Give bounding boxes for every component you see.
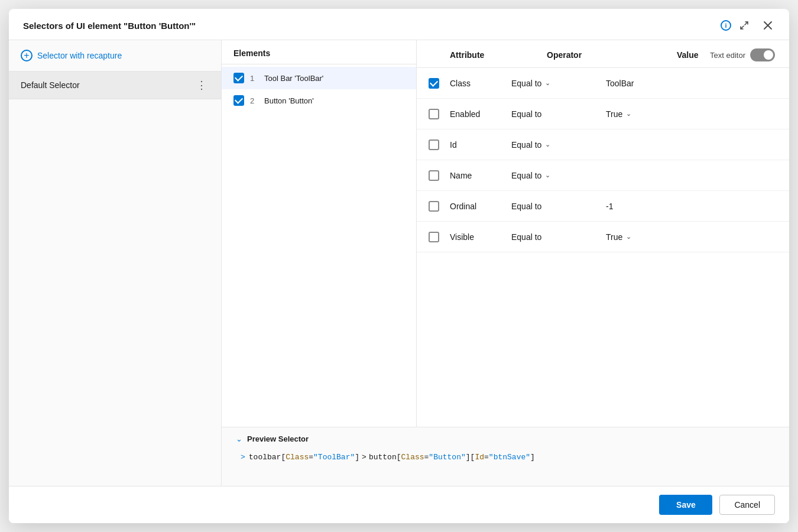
code-seg2-val1: "Button" (429, 453, 465, 462)
attr-operator-id: Equal to ⌄ (511, 140, 606, 150)
dialog-header: Selectors of UI element "Button 'Button'… (9, 9, 789, 40)
attr-checkbox-area-name (429, 170, 450, 181)
code-seg1-attr: Class (286, 453, 309, 462)
elements-column: Elements 1 Tool Bar 'ToolBar' 2 (222, 40, 417, 427)
text-editor-toggle: Text editor (710, 48, 775, 61)
attr-checkbox-name[interactable] (429, 170, 439, 181)
attribute-rows: Class Equal to ⌄ ToolBar (417, 68, 789, 427)
attr-col-headers: Attribute Operator Value (429, 50, 710, 60)
attr-operator-enabled: Equal to (511, 109, 606, 119)
preview-title: Preview Selector (247, 434, 309, 443)
attr-checkbox-area-ordinal (429, 201, 450, 212)
attr-name-visible: Visible (450, 232, 511, 242)
attr-name-ordinal: Ordinal (450, 202, 511, 211)
dialog-body: + Selector with recapture Default Select… (9, 40, 789, 486)
attr-checkbox-area-class (429, 78, 450, 89)
elements-title: Elements (233, 48, 270, 58)
attr-row-visible: Visible Equal to True ⌄ (417, 222, 789, 252)
attr-value-class: ToolBar (606, 79, 777, 88)
attr-checkbox-area-enabled (429, 109, 450, 119)
text-editor-label: Text editor (710, 51, 745, 60)
add-selector-button[interactable]: + Selector with recapture (9, 40, 221, 72)
dialog: Selectors of UI element "Button 'Button'… (9, 9, 789, 523)
close-button[interactable] (761, 20, 775, 31)
attr-checkbox-enabled[interactable] (429, 109, 439, 119)
attr-operator-name: Equal to ⌄ (511, 171, 606, 180)
dialog-title: Selectors of UI element "Button 'Button'… (23, 21, 715, 31)
element-label-1: Tool Bar 'ToolBar' (264, 74, 323, 83)
plus-circle-icon: + (21, 50, 33, 61)
col-attribute-label: Attribute (429, 50, 511, 60)
attr-value-ordinal: -1 (606, 202, 777, 211)
code-sep1: > (362, 453, 366, 462)
element-checkbox-1[interactable] (233, 73, 244, 83)
code-seg2-tag: button (369, 453, 397, 462)
expand-button[interactable] (737, 20, 751, 31)
cancel-button[interactable]: Cancel (719, 495, 775, 515)
attributes-column: Attribute Operator Value Text editor (417, 40, 789, 427)
element-item[interactable]: 2 Button 'Button' (222, 89, 416, 112)
col-operator-label: Operator (547, 50, 641, 60)
code-arrow-icon: > (241, 453, 245, 462)
attr-operator-class: Equal to ⌄ (511, 79, 606, 88)
element-num-2: 2 (250, 96, 258, 105)
element-item[interactable]: 1 Tool Bar 'ToolBar' (222, 67, 416, 89)
attr-operator-ordinal: Equal to (511, 202, 606, 211)
attr-name-enabled: Enabled (450, 109, 511, 119)
attr-checkbox-area-visible (429, 232, 450, 242)
code-seg2-val2: "btnSave" (489, 453, 530, 462)
code-seg1-val: "ToolBar" (313, 453, 355, 462)
attr-row-name: Name Equal to ⌄ (417, 160, 789, 191)
value-chevron-enabled[interactable]: ⌄ (626, 110, 631, 118)
attr-row-id: Id Equal to ⌄ (417, 129, 789, 160)
attr-name-class: Class (450, 79, 511, 88)
element-label-2: Button 'Button' (264, 96, 314, 105)
element-num-1: 1 (250, 74, 258, 83)
attr-name-id: Id (450, 140, 511, 150)
dialog-footer: Save Cancel (9, 486, 789, 523)
value-chevron-visible[interactable]: ⌄ (626, 233, 631, 241)
attr-row-ordinal: Ordinal Equal to -1 (417, 191, 789, 222)
attr-checkbox-class[interactable] (429, 78, 439, 89)
attr-row-enabled: Enabled Equal to True ⌄ (417, 99, 789, 129)
text-editor-switch[interactable] (750, 48, 775, 61)
operator-chevron-class[interactable]: ⌄ (545, 79, 550, 87)
toggle-slider (750, 48, 775, 61)
attr-value-enabled: True ⌄ (606, 109, 777, 119)
header-actions (737, 20, 775, 31)
selector-item-label: Default Selector (21, 80, 80, 90)
attr-checkbox-visible[interactable] (429, 232, 439, 242)
attr-checkbox-ordinal[interactable] (429, 201, 439, 212)
info-icon[interactable]: i (721, 20, 731, 31)
right-panel: Elements 1 Tool Bar 'ToolBar' 2 (222, 40, 789, 486)
preview-header[interactable]: ⌄ Preview Selector (236, 434, 775, 443)
elements-header: Elements (222, 40, 416, 64)
attr-value-visible: True ⌄ (606, 232, 777, 242)
attr-name-name: Name (450, 171, 511, 180)
preview-code: > toolbar [ Class = "ToolBar" ] > button… (236, 449, 775, 462)
preview-section: ⌄ Preview Selector > toolbar [ Class = "… (222, 427, 789, 486)
selector-item[interactable]: Default Selector ⋮ (9, 72, 221, 99)
code-seg2-attr1: Class (401, 453, 424, 462)
save-button[interactable]: Save (659, 495, 712, 515)
selector-kebab-button[interactable]: ⋮ (194, 80, 209, 90)
operator-chevron-id[interactable]: ⌄ (545, 141, 550, 148)
operator-chevron-name[interactable]: ⌄ (545, 171, 550, 179)
element-checkbox-2[interactable] (233, 95, 244, 106)
content-area: Elements 1 Tool Bar 'ToolBar' 2 (222, 40, 789, 427)
attr-operator-visible: Equal to (511, 232, 606, 242)
selector-list: Default Selector ⋮ (9, 72, 221, 486)
attr-checkbox-id[interactable] (429, 140, 439, 150)
add-selector-label: Selector with recapture (37, 51, 122, 60)
attr-checkbox-area-id (429, 140, 450, 150)
elements-list: 1 Tool Bar 'ToolBar' 2 Button 'Button' (222, 64, 416, 114)
preview-chevron-icon: ⌄ (236, 434, 242, 443)
col-value-label: Value (677, 50, 699, 60)
left-panel: + Selector with recapture Default Select… (9, 40, 222, 486)
code-seg2-attr2: Id (475, 453, 484, 462)
attr-row-class: Class Equal to ⌄ ToolBar (417, 68, 789, 99)
code-seg1-tag: toolbar (249, 453, 281, 462)
attributes-top-row: Attribute Operator Value Text editor (417, 40, 789, 68)
